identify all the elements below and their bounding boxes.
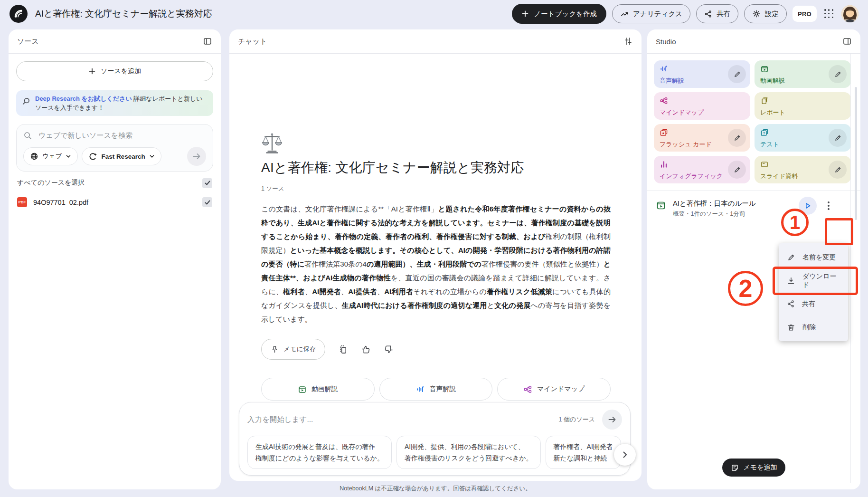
google-apps-icon[interactable]: [824, 9, 834, 19]
settings-button[interactable]: 設定: [744, 4, 787, 23]
edit-pencil-button[interactable]: [829, 65, 847, 83]
suggestions-next-button[interactable]: [614, 444, 636, 466]
search-input[interactable]: ウェブで新しいソースを検索: [38, 131, 132, 140]
waveform-icon: [416, 385, 425, 394]
video-icon: [656, 200, 666, 210]
suggestion-chip[interactable]: 著作権者、AI開発者新たな調和と持続: [546, 436, 621, 469]
deep-research-link[interactable]: Deep Research をお試しください: [35, 95, 132, 102]
sources-panel-title: ソース: [17, 37, 39, 46]
pencil-icon: [733, 70, 741, 78]
avatar[interactable]: [841, 5, 859, 22]
plus-icon: [521, 10, 529, 18]
report-icon: [760, 96, 769, 105]
edit-pencil-button[interactable]: [728, 161, 746, 179]
sources-panel: ソース ソースを追加 Deep Research をお試しください 詳細なレポー…: [9, 29, 221, 489]
mindmap-button[interactable]: マインドマップ: [497, 378, 611, 401]
audio-overview-button[interactable]: 音声解説: [379, 378, 493, 401]
thumbs-up-icon[interactable]: [361, 344, 371, 354]
notebooklm-app: AIと著作権: 文化庁セミナー解説と実務対応 ノートブックを作成 アナリティクス…: [0, 0, 868, 497]
research-mode-dropdown[interactable]: Fast Research: [82, 147, 161, 165]
studio-card-mindmap[interactable]: マインドマップ: [654, 92, 750, 120]
arrow-right-icon: [192, 152, 201, 161]
notebooklm-logo-icon[interactable]: [9, 5, 28, 23]
add-source-button[interactable]: ソースを追加: [16, 61, 213, 81]
select-all-checkbox[interactable]: [202, 178, 212, 188]
plus-icon: [88, 67, 96, 75]
thumbs-down-icon[interactable]: [384, 344, 394, 354]
more-options-kebab-button[interactable]: [821, 198, 836, 214]
share-icon: [704, 10, 712, 18]
studio-card-slides[interactable]: スライド資料: [755, 156, 851, 183]
source-count-label: 1 ソース: [261, 185, 611, 193]
scrollbar[interactable]: [855, 87, 857, 220]
search-row[interactable]: ウェブで新しいソースを検索: [23, 131, 206, 140]
suggestion-chip[interactable]: 生成AI技術の発展と普及は、既存の著作権制度にどのような影響を与えているか。: [247, 436, 392, 469]
deep-research-banner[interactable]: Deep Research をお試しください 詳細なレポートと新しいソースを入手…: [16, 90, 213, 116]
add-note-button[interactable]: メモを追加: [722, 459, 786, 477]
save-to-note-button[interactable]: メモに保存: [261, 339, 325, 360]
sources-panel-header: ソース: [9, 29, 221, 54]
top-bar-actions: ノートブックを作成 アナリティクス 共有 設定 PRO: [512, 4, 859, 24]
edit-pencil-button[interactable]: [829, 161, 847, 179]
studio-cards-grid: 音声解説 動画解説 マインドマップ レポート: [654, 60, 851, 183]
menu-item-delete[interactable]: 削除: [779, 315, 848, 339]
source-list-item[interactable]: PDF 94O97701_02.pdf: [16, 196, 213, 208]
pdf-icon: PDF: [17, 197, 27, 207]
studio-panel: Studio 音声解説 動画解説 マインドマップ: [647, 29, 860, 489]
send-button[interactable]: [602, 410, 622, 430]
mindmap-icon: [660, 96, 668, 105]
create-notebook-button[interactable]: ノートブックを作成: [512, 4, 606, 24]
studio-panel-title: Studio: [656, 38, 676, 46]
edit-pencil-button[interactable]: [728, 65, 746, 83]
pencil-icon: [733, 166, 741, 174]
kebab-icon: [828, 201, 830, 210]
menu-item-download[interactable]: ダウンロード: [779, 269, 848, 292]
source-checkbox[interactable]: [202, 197, 212, 207]
chevron-right-icon: [621, 451, 629, 459]
menu-item-rename[interactable]: 名前を変更: [779, 246, 848, 269]
check-icon: [204, 199, 211, 206]
video-icon: [298, 385, 307, 394]
artifact-row[interactable]: AIと著作権：日本のルール 概要・1件のソース・1分前: [654, 191, 851, 218]
select-all-label: すべてのソースを選択: [17, 179, 85, 187]
top-bar: AIと著作権: 文化庁セミナー解説と実務対応 ノートブックを作成 アナリティクス…: [0, 0, 868, 28]
collapse-panel-icon[interactable]: [842, 37, 852, 46]
menu-item-share[interactable]: 共有: [779, 292, 848, 315]
edit-pencil-button[interactable]: [829, 129, 847, 147]
scales-emoji-icon: [261, 132, 283, 154]
studio-card-infographic[interactable]: インフォグラフィック: [654, 156, 750, 183]
studio-card-audio-overview[interactable]: 音声解説: [654, 60, 750, 88]
web-filter-dropdown[interactable]: ウェブ: [23, 147, 78, 165]
studio-card-quiz[interactable]: ? テスト: [755, 124, 851, 152]
chat-summary-block: AIと著作権: 文化庁セミナー解説と実務対応 1 ソース この文書は、文化庁著作…: [261, 132, 611, 401]
deep-research-text: Deep Research をお試しください 詳細なレポートと新しいソースを入手…: [35, 94, 208, 112]
suggestion-chips: 生成AI技術の発展と普及は、既存の著作権制度にどのような影響を与えているか。 A…: [247, 436, 622, 469]
pencil-icon: [834, 166, 842, 174]
flashcards-icon: [660, 128, 668, 137]
studio-card-flashcards[interactable]: フラッシュ カード: [654, 124, 750, 152]
analytics-button[interactable]: アナリティクス: [612, 4, 690, 23]
chat-input-row: 入力を開始します... 1 個のソース: [247, 410, 622, 430]
chat-panel-title: チャット: [238, 37, 267, 46]
share-button[interactable]: 共有: [696, 4, 738, 23]
suggestion-chip[interactable]: AI開発、提供、利用の各段階において、著作権侵害のリスクをどう回避すべきか。: [396, 436, 541, 469]
waveform-icon: [660, 65, 668, 73]
chat-panel: チャット AIと著作権: 文化庁セミナー解説と実務対応 1 ソース この文書は、…: [229, 29, 642, 481]
divider: [850, 54, 851, 483]
media-buttons-row: 動画解説 音声解説 マインドマップ: [261, 378, 611, 401]
share-icon: [787, 300, 795, 308]
chat-settings-icon[interactable]: [623, 37, 633, 46]
studio-card-video-overview[interactable]: 動画解説: [755, 60, 851, 88]
collapse-panel-icon[interactable]: [203, 37, 212, 46]
video-overview-button[interactable]: 動画解説: [261, 378, 375, 401]
edit-pencil-button[interactable]: [728, 129, 746, 147]
copy-icon[interactable]: [338, 344, 348, 354]
pencil-icon: [787, 253, 795, 262]
web-search-card: ウェブで新しいソースを検索 ウェブ Fast Research: [16, 124, 213, 172]
chat-input[interactable]: 入力を開始します...: [247, 415, 313, 425]
search-submit-button[interactable]: [187, 147, 206, 166]
annotation-step-2: 2: [728, 271, 763, 306]
play-button[interactable]: [799, 197, 817, 215]
bar-chart-icon: [660, 160, 668, 169]
studio-card-report[interactable]: レポート: [755, 92, 851, 120]
